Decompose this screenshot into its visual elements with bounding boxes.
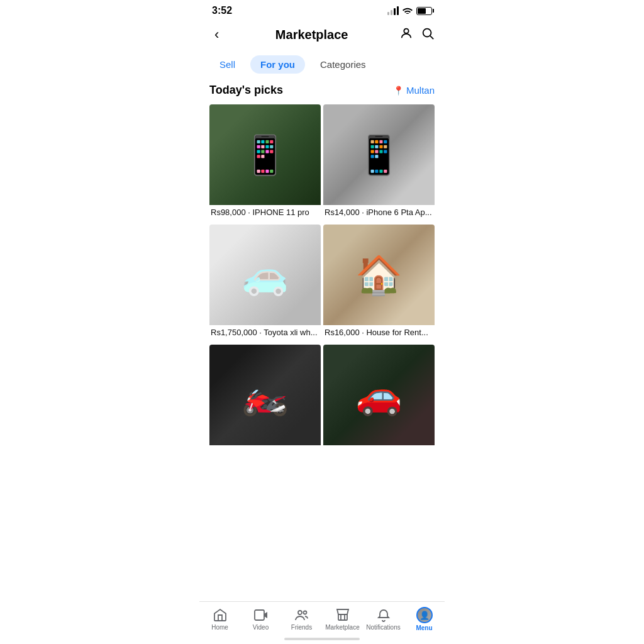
scroll-content: Rs98,000 · IPHONE 11 pro Rs14,000 · iPho…: [199, 104, 445, 516]
nav-home[interactable]: Home: [201, 608, 239, 631]
nav-menu-label: Menu: [416, 625, 432, 631]
product-image: [209, 225, 321, 325]
video-icon: [253, 608, 269, 623]
nav-friends[interactable]: Friends: [283, 608, 321, 631]
svg-point-1: [423, 28, 431, 36]
svg-point-0: [404, 28, 408, 33]
battery-icon: [416, 7, 432, 15]
status-bar: 3:52: [199, 0, 445, 19]
product-image: [209, 104, 321, 205]
bell-icon: [376, 608, 391, 623]
tab-sell[interactable]: Sell: [209, 55, 245, 74]
svg-rect-7: [338, 614, 347, 620]
svg-point-6: [303, 611, 306, 614]
product-image: [323, 104, 435, 205]
product-card[interactable]: Rs14,000 · iPhone 6 Pta Ap...: [323, 104, 435, 222]
product-grid: Rs98,000 · IPHONE 11 pro Rs14,000 · iPho…: [199, 104, 445, 453]
nav-video-label: Video: [253, 624, 269, 631]
product-label: [323, 445, 435, 453]
back-button[interactable]: ‹: [209, 24, 224, 45]
product-card[interactable]: Rs1,750,000 · Toyota xli wh...: [209, 225, 321, 342]
header-actions: [399, 26, 435, 43]
product-card[interactable]: [323, 345, 435, 453]
nav-marketplace-label: Marketplace: [325, 624, 359, 631]
product-label: [209, 445, 321, 453]
home-indicator: [284, 638, 360, 640]
page-title: Marketplace: [275, 28, 348, 42]
avatar: 👤: [416, 607, 433, 623]
product-card[interactable]: [209, 345, 321, 453]
home-icon: [213, 608, 228, 623]
product-card[interactable]: Rs16,000 · House for Rent...: [323, 225, 435, 342]
header: ‹ Marketplace: [199, 19, 445, 53]
nav-video[interactable]: Video: [242, 608, 280, 631]
location-label: Multan: [406, 85, 435, 96]
search-icon[interactable]: [421, 26, 435, 43]
svg-point-5: [298, 611, 302, 614]
friends-icon: [294, 608, 309, 623]
product-label: Rs1,750,000 · Toyota xli wh...: [209, 325, 321, 342]
status-time: 3:52: [212, 5, 232, 16]
product-label: Rs98,000 · IPHONE 11 pro: [209, 205, 321, 222]
nav-friends-label: Friends: [291, 624, 312, 631]
nav-notifications-label: Notifications: [366, 624, 400, 631]
product-image: [323, 225, 435, 325]
product-card[interactable]: Rs98,000 · IPHONE 11 pro: [209, 104, 321, 222]
nav-marketplace[interactable]: Marketplace: [324, 608, 362, 631]
product-image: [209, 345, 321, 445]
nav-home-label: Home: [211, 624, 228, 631]
svg-rect-3: [255, 610, 264, 620]
marketplace-icon: [335, 608, 350, 623]
product-label: Rs14,000 · iPhone 6 Pta Ap...: [323, 205, 435, 222]
status-icons: [387, 6, 432, 16]
product-label: Rs16,000 · House for Rent...: [323, 325, 435, 342]
location-button[interactable]: 📍 Multan: [393, 85, 435, 96]
product-image: [323, 345, 435, 445]
signal-icon: [387, 6, 399, 15]
nav-menu[interactable]: 👤 Menu: [406, 607, 443, 631]
tab-bar: Sell For you Categories: [199, 53, 445, 81]
nav-notifications[interactable]: Notifications: [365, 608, 402, 631]
tab-foryou[interactable]: For you: [250, 55, 305, 74]
tab-categories[interactable]: Categories: [310, 55, 376, 74]
location-pin-icon: 📍: [393, 86, 404, 96]
wifi-icon: [402, 6, 413, 16]
profile-icon[interactable]: [399, 26, 413, 43]
section-title: Today's picks: [209, 84, 283, 97]
svg-line-2: [430, 36, 433, 39]
section-header: Today's picks 📍 Multan: [199, 81, 445, 104]
